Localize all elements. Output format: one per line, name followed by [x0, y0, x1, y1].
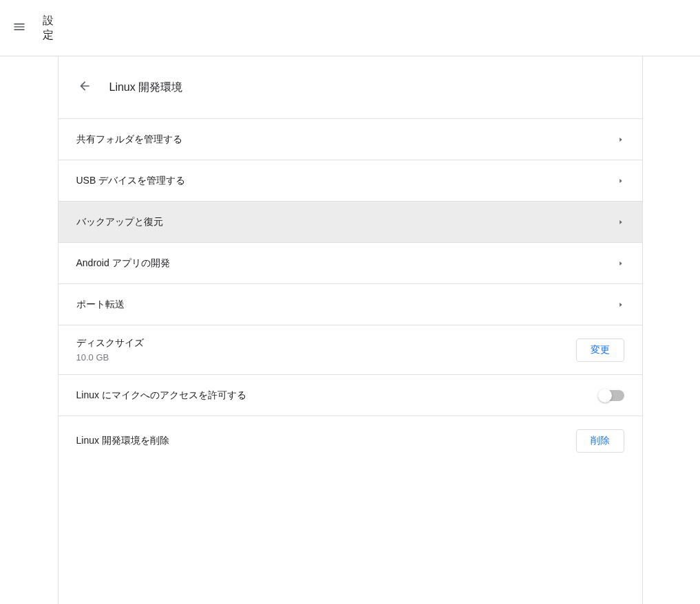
chevron-right-icon	[617, 257, 624, 270]
remove-linux-button[interactable]: 削除	[576, 429, 624, 453]
chevron-right-icon	[617, 175, 624, 187]
hamburger-icon	[12, 20, 26, 36]
back-button[interactable]	[72, 75, 97, 100]
row-remove-linux: Linux 開発環境を削除 削除	[59, 416, 642, 466]
page-header: Linux 開発環境	[59, 56, 642, 118]
row-backup-restore[interactable]: バックアップと復元	[59, 202, 642, 243]
row-shared-folders-label: 共有フォルダを管理する	[76, 133, 182, 146]
row-remove-linux-label: Linux 開発環境を削除	[76, 435, 169, 447]
row-disk-size-label: ディスクサイズ	[76, 337, 144, 349]
row-android-dev[interactable]: Android アプリの開発	[59, 243, 642, 284]
chevron-right-icon	[617, 299, 624, 311]
row-disk-size-left: ディスクサイズ 10.0 GB	[76, 337, 144, 363]
row-shared-folders[interactable]: 共有フォルダを管理する	[59, 119, 642, 160]
row-disk-size: ディスクサイズ 10.0 GB 変更	[59, 325, 642, 375]
settings-list: 共有フォルダを管理する USB デバイスを管理する バックアップと復元 Andr…	[59, 118, 642, 466]
row-mic-access: Linux にマイクへのアクセスを許可する	[59, 375, 642, 416]
row-mic-access-label: Linux にマイクへのアクセスを許可する	[76, 389, 246, 402]
chevron-right-icon	[617, 216, 624, 228]
row-android-dev-label: Android アプリの開発	[76, 257, 170, 270]
row-disk-size-value: 10.0 GB	[76, 352, 144, 363]
app-title: 設定	[43, 14, 54, 43]
top-bar: 設定	[0, 0, 700, 56]
row-port-forwarding-label: ポート転送	[76, 299, 125, 311]
mic-access-toggle[interactable]	[600, 390, 624, 401]
row-port-forwarding[interactable]: ポート転送	[59, 284, 642, 325]
chevron-right-icon	[617, 133, 624, 146]
toggle-knob	[598, 389, 612, 402]
row-usb-devices[interactable]: USB デバイスを管理する	[59, 160, 642, 202]
content-area: Linux 開発環境 共有フォルダを管理する USB デバイスを管理する バック…	[0, 56, 700, 604]
row-usb-devices-label: USB デバイスを管理する	[76, 175, 186, 187]
row-backup-restore-label: バックアップと復元	[76, 216, 163, 228]
arrow-left-icon	[78, 79, 92, 96]
settings-card: Linux 開発環境 共有フォルダを管理する USB デバイスを管理する バック…	[58, 56, 643, 604]
menu-button[interactable]	[3, 12, 36, 45]
page-title: Linux 開発環境	[109, 80, 183, 95]
change-disk-button[interactable]: 変更	[576, 338, 624, 362]
